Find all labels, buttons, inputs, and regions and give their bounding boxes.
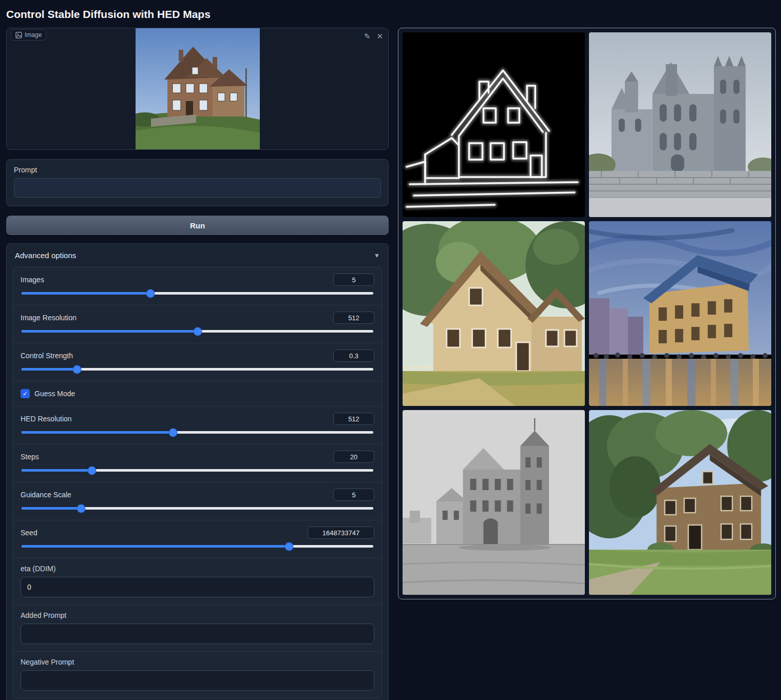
gallery-image-stylized-painting[interactable] [589,221,771,406]
seed-slider-group: Seed [13,520,382,558]
eta-group: eta (DDIM) [13,558,382,605]
hed-resolution-slider[interactable] [22,431,373,434]
images-slider[interactable] [22,292,373,295]
advanced-options-header[interactable]: Advanced options ▼ [7,244,388,267]
gallery-image-grayscale-building[interactable] [403,410,585,595]
guess-mode-label: Guess Mode [34,390,75,398]
output-gallery [398,28,776,599]
hed-map-thumbnail [403,32,585,217]
check-icon: ✓ [23,390,28,397]
added-prompt-group: Added Prompt [13,605,382,651]
results-column [398,28,776,599]
image-input-label-badge: Image [11,29,46,41]
gallery-image-house-trees[interactable] [589,410,771,595]
hed-resolution-label: HED Resolution [21,415,72,423]
image-icon [15,32,22,38]
images-value-input[interactable] [333,274,374,286]
close-icon: ✕ [376,32,383,41]
edit-image-button[interactable]: ✎ [364,32,371,40]
advanced-options-title: Advanced options [15,251,76,260]
page-title: Control Stable Diffusion with HED Maps [6,5,775,28]
run-button[interactable]: Run [6,216,389,235]
image-resolution-label: Image Resolution [21,314,77,322]
gallery-image-hed-map[interactable] [403,32,585,217]
control-strength-value-input[interactable] [333,349,374,362]
prompt-block: Prompt [6,159,389,206]
control-strength-slider[interactable] [22,368,373,371]
negative-prompt-group: Negative Prompt [13,651,382,698]
image-input-label: Image [25,31,42,38]
hed-resolution-value-input[interactable] [333,413,374,425]
chevron-down-icon: ▼ [374,252,380,259]
prompt-input[interactable] [14,178,381,198]
guidance-scale-label: Guidance Scale [21,491,71,499]
guess-mode-checkbox[interactable]: ✓ [21,389,30,398]
control-strength-label: Control Strength [21,352,73,360]
steps-slider[interactable] [22,469,373,472]
image-resolution-slider[interactable] [22,330,373,333]
images-label: Images [21,276,44,284]
gallery-image-cottage[interactable] [403,221,585,406]
added-prompt-input[interactable] [21,624,374,644]
eta-label: eta (DDIM) [21,565,374,573]
image-input-block[interactable]: Image ✎ ✕ [6,28,389,150]
hed-resolution-slider-group: HED Resolution [13,406,382,444]
eta-input[interactable] [21,577,374,597]
gallery-image-castle[interactable] [589,32,771,217]
uploaded-house-photo [136,28,260,149]
seed-label: Seed [21,529,37,537]
grayscale-building-thumbnail [403,410,585,595]
steps-label: Steps [21,453,39,461]
image-resolution-value-input[interactable] [333,312,374,324]
image-resolution-slider-group: Image Resolution [13,305,382,343]
seed-value-input[interactable] [308,527,374,539]
steps-value-input[interactable] [333,451,374,463]
added-prompt-label: Added Prompt [21,611,374,619]
steps-slider-group: Steps [13,444,382,482]
control-strength-slider-group: Control Strength [13,343,382,381]
pencil-icon: ✎ [364,32,371,41]
guidance-scale-slider-group: Guidance Scale [13,482,382,520]
negative-prompt-input[interactable] [21,670,374,691]
house-trees-thumbnail [589,410,771,595]
controls-column: Image ✎ ✕ [6,28,389,700]
advanced-options-accordion: Advanced options ▼ Images Image Resoluti… [6,243,389,700]
guidance-scale-value-input[interactable] [333,489,374,501]
images-slider-group: Images [13,267,382,305]
stylized-painting-thumbnail [589,221,771,406]
seed-slider[interactable] [22,545,373,548]
app-page: Control Stable Diffusion with HED Maps I… [0,0,781,700]
guess-mode-group: ✓ Guess Mode [13,381,382,406]
cottage-thumbnail [403,221,585,406]
clear-image-button[interactable]: ✕ [376,32,383,40]
negative-prompt-label: Negative Prompt [21,658,374,666]
advanced-options-panel: Images Image Resolution [13,267,382,698]
guidance-scale-slider[interactable] [22,507,373,510]
castle-thumbnail [589,32,771,217]
prompt-label: Prompt [14,166,381,174]
